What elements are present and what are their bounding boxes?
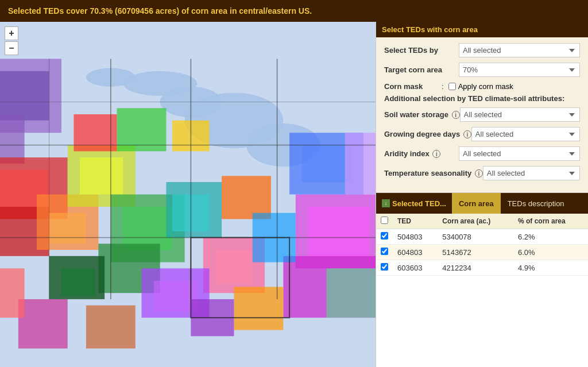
temp-seasonality-info-icon[interactable]: i — [475, 169, 483, 177]
svg-rect-7 — [0, 71, 49, 121]
row-check-cell — [376, 229, 393, 245]
svg-rect-27 — [215, 250, 252, 284]
header-title: Selected TEDs cover 70.3% (60709456 acre… — [8, 6, 312, 16]
tab-selected-ted[interactable]: ↓ Selected TED... — [376, 193, 452, 214]
corn-mask-checkbox-label: Apply corn mask — [458, 82, 513, 91]
aridity-dropdown[interactable]: All selected — [459, 146, 580, 161]
col-pct-header: % of corn area — [513, 214, 588, 229]
tab-teds-description[interactable]: TEDs description — [501, 193, 571, 214]
svg-rect-41 — [0, 268, 25, 318]
svg-rect-35 — [222, 176, 271, 219]
table-body: 504803 5340078 6.2% 604803 5143672 6.0% … — [376, 229, 588, 276]
growing-degree-info-icon[interactable]: i — [463, 130, 471, 138]
corn-mask-checkbox[interactable] — [448, 83, 456, 90]
soil-water-row: Soil water storage i All selected — [384, 107, 580, 122]
svg-rect-40 — [18, 299, 68, 349]
svg-rect-8 — [0, 114, 25, 164]
row-check-cell — [376, 260, 393, 276]
aridity-row: Aridity index i All selected — [384, 146, 580, 161]
table-header-row: TED Corn area (ac.) % of corn area — [376, 214, 588, 229]
corn-mask-row: Corn mask : Apply corn mask — [384, 82, 580, 91]
map-section: + − — [0, 22, 376, 367]
svg-rect-15 — [80, 157, 123, 194]
soil-water-label: Soil water storage i — [384, 110, 460, 119]
target-corn-label: Target corn area — [384, 65, 459, 74]
table-tabs: ↓ Selected TED... Corn area TEDs descrip… — [376, 193, 588, 214]
col-corn-area-header: Corn area (ac.) — [438, 214, 513, 229]
row-corn-area: 5143672 — [438, 245, 513, 260]
svg-rect-17 — [123, 207, 172, 250]
target-corn-row: Target corn area 70% — [384, 63, 580, 77]
row-checkbox[interactable] — [381, 263, 388, 271]
row-ted: 603603 — [393, 260, 438, 276]
zoom-in-button[interactable]: + — [5, 26, 18, 40]
map-controls: + − — [5, 26, 18, 55]
row-corn-area: 4212234 — [438, 260, 513, 276]
svg-rect-25 — [302, 145, 351, 182]
ted-table: TED Corn area (ac.) % of corn area 50480… — [376, 214, 588, 276]
svg-rect-39 — [86, 306, 136, 349]
temp-seasonality-dropdown[interactable]: All selected — [483, 166, 580, 180]
svg-rect-37 — [234, 287, 283, 330]
select-teds-row: Select TEDs by All selected — [384, 43, 580, 57]
aridity-label: Aridity index i — [384, 149, 459, 159]
growing-degree-label: Growing degree days i — [384, 130, 471, 139]
row-ted: 604803 — [393, 245, 438, 260]
row-corn-area: 5340078 — [438, 229, 513, 245]
right-panel: Select TEDs with corn area Select TEDs b… — [376, 22, 588, 367]
zoom-out-button[interactable]: − — [5, 41, 18, 55]
row-checkbox[interactable] — [381, 232, 388, 239]
growing-degree-row: Growing degree days i All selected — [384, 127, 580, 141]
temp-seasonality-label: Temperature seasonality i — [384, 169, 483, 178]
col-ted-header: TED — [393, 214, 438, 229]
row-checkbox[interactable] — [381, 248, 388, 255]
soil-water-info-icon[interactable]: i — [452, 111, 460, 119]
aridity-info-icon[interactable]: i — [432, 150, 440, 158]
svg-rect-22 — [308, 207, 369, 256]
select-all-checkbox[interactable] — [381, 217, 388, 224]
header-bar: Selected TEDs cover 70.3% (60709456 acre… — [0, 0, 588, 22]
temp-seasonality-row: Temperature seasonality i All selected — [384, 166, 580, 180]
table-row: 603603 4212234 4.9% — [376, 260, 588, 276]
map-visualization[interactable] — [0, 22, 376, 367]
table-row: 604803 5143672 6.0% — [376, 245, 588, 260]
tab-corn-area[interactable]: Corn area — [452, 193, 501, 214]
panel-top-title: Select TEDs with corn area — [376, 22, 588, 37]
panel-bottom: ↓ Selected TED... Corn area TEDs descrip… — [376, 192, 588, 367]
svg-rect-42 — [326, 268, 376, 318]
svg-rect-43 — [345, 133, 376, 194]
row-pct: 4.9% — [513, 260, 588, 276]
select-teds-dropdown[interactable]: All selected — [459, 43, 580, 57]
corn-mask-colon: : — [442, 82, 444, 91]
row-ted: 504803 — [393, 229, 438, 245]
row-pct: 6.0% — [513, 245, 588, 260]
download-icon: ↓ — [382, 199, 390, 207]
growing-degree-dropdown[interactable]: All selected — [471, 127, 580, 141]
select-teds-label: Select TEDs by — [384, 46, 459, 55]
row-check-cell — [376, 245, 393, 260]
target-corn-dropdown[interactable]: 70% — [459, 63, 580, 77]
additional-attributes-title: Additional selection by TED climate-soil… — [384, 94, 580, 103]
svg-rect-31 — [61, 268, 95, 296]
main-content: + − — [0, 22, 588, 367]
soil-water-dropdown[interactable]: All selected — [460, 107, 580, 122]
select-teds-panel: Select TEDs with corn area Select TEDs b… — [376, 22, 588, 192]
table-container[interactable]: TED Corn area (ac.) % of corn area 50480… — [376, 214, 588, 367]
col-checkbox — [376, 214, 393, 229]
corn-mask-label: Corn mask — [384, 82, 442, 91]
row-pct: 6.2% — [513, 229, 588, 245]
svg-rect-13 — [49, 213, 86, 244]
table-row: 504803 5340078 6.2% — [376, 229, 588, 245]
